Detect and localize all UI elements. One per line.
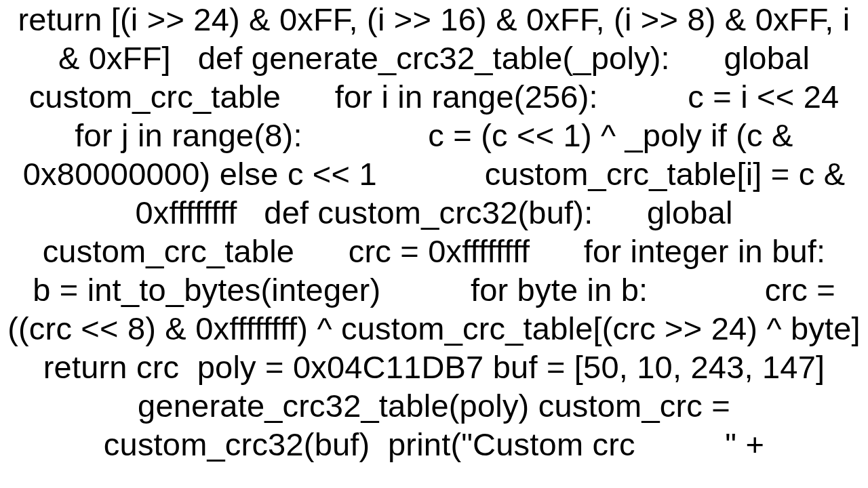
code-text-block: return [(i >> 24) & 0xFF, (i >> 16) & 0x… <box>0 0 868 464</box>
document-viewport: return [(i >> 24) & 0xFF, (i >> 16) & 0x… <box>0 0 868 488</box>
